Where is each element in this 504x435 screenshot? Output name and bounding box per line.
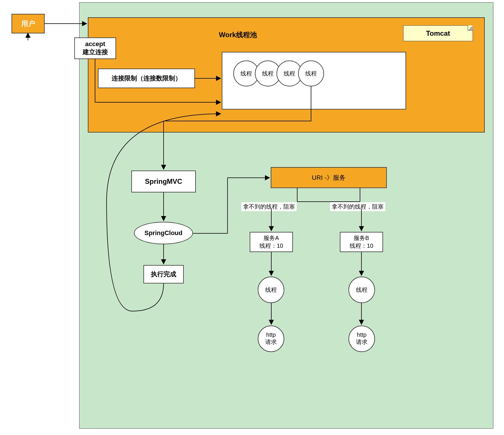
service-b-thread: 线程: [348, 277, 375, 303]
uri-service-node: URI -》服务: [271, 167, 387, 188]
diagram-canvas: 用户 accept 建立连接 Work线程池 Tomcat 连接限制（连接数限制…: [0, 0, 504, 435]
accept-node: accept 建立连接: [74, 37, 116, 59]
thread-circle-4: 线程: [298, 60, 324, 86]
connection-limit-node: 连接限制（连接数限制）: [98, 69, 195, 88]
user-node: 用户: [12, 14, 45, 33]
service-a-node: 服务A 线程：10: [250, 232, 293, 252]
block-label-b: 拿不到的线程，阻塞: [330, 202, 385, 211]
done-node: 执行完成: [143, 265, 184, 283]
threadpool-title: Work线程池: [219, 30, 257, 39]
springcloud-node: SpringCloud: [134, 222, 193, 244]
accept-label: accept 建立连接: [83, 40, 108, 56]
user-label: 用户: [21, 19, 35, 28]
svg-line-14: [28, 40, 79, 98]
block-label-a: 拿不到的线程，阻塞: [241, 202, 297, 211]
http-b: http 请求: [348, 326, 375, 352]
service-b-node: 服务B 线程：10: [340, 232, 383, 252]
tomcat-note: Tomcat: [403, 25, 473, 41]
note-fold-icon: [468, 25, 473, 31]
service-a-thread: 线程: [258, 277, 284, 303]
springmvc-node: SpringMVC: [131, 171, 196, 192]
http-a: http 请求: [258, 326, 284, 352]
